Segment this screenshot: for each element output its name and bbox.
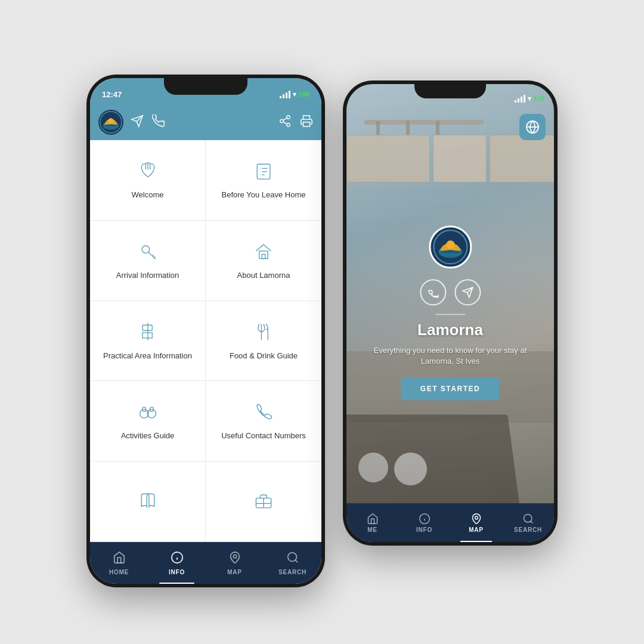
svg-point-6 (280, 119, 284, 123)
menu-label-activities: Activities Guide (121, 431, 175, 441)
menu-cell-book[interactable] (90, 462, 206, 542)
nav-search-right-label: SEARCH (514, 527, 542, 533)
menu-grid: Welcome (90, 140, 321, 542)
svg-point-44 (287, 552, 296, 561)
wifi-icon: ▾ (293, 91, 296, 98)
svg-line-22 (148, 252, 155, 259)
house-icon (253, 240, 274, 265)
menu-cell-practical[interactable]: Practical Area Information (90, 301, 206, 382)
message-contact-btn[interactable] (454, 279, 481, 305)
header-icons-left (131, 114, 271, 131)
menu-cell-about[interactable]: About Lamorna (206, 221, 321, 301)
svg-point-57 (524, 514, 531, 522)
bottom-nav-right: ME INFO MAP (346, 503, 554, 542)
send-icon[interactable] (131, 114, 144, 131)
menu-cell-welcome[interactable]: Welcome (90, 140, 206, 221)
search-nav-icon (286, 551, 299, 567)
battery-left: 100 (299, 91, 309, 98)
svg-line-23 (152, 255, 154, 256)
nav-map-right[interactable]: MAP (450, 503, 502, 542)
menu-label-welcome: Welcome (132, 190, 164, 200)
menu-cell-contact[interactable]: Useful Contact Numbers (206, 381, 321, 462)
bottom-nav-left: HOME INFO (90, 542, 321, 584)
menu-label-arrival: Arrival Information (116, 271, 179, 281)
right-phone-content: 47 ▾ 100 (346, 84, 554, 542)
battery-right: 100 (534, 95, 544, 102)
svg-rect-25 (259, 251, 268, 259)
svg-line-45 (295, 560, 298, 562)
svg-point-5 (287, 115, 290, 119)
cutlery-icon (253, 321, 274, 345)
svg-point-43 (233, 555, 237, 558)
nav-info[interactable]: INFO (148, 542, 206, 584)
nav-map-right-label: MAP (469, 527, 484, 533)
menu-cell-food[interactable]: Food & Drink Guide (206, 301, 321, 382)
menu-label-contact: Useful Contact Numbers (221, 431, 306, 441)
get-started-button[interactable]: GET STARTED (401, 378, 499, 401)
phone-contact-icon (253, 401, 274, 425)
binoculars-icon (137, 401, 159, 425)
suitcase-icon (253, 490, 274, 514)
share-icon[interactable] (278, 114, 292, 131)
left-phone-content: 12:47 ▾ 100 (90, 78, 321, 584)
map-nav-icon (228, 551, 242, 567)
notch-left (164, 78, 247, 95)
welcome-title: Lamorna (417, 321, 483, 339)
nav-home-right[interactable]: ME (346, 503, 398, 542)
phone-icon-header[interactable] (152, 114, 165, 131)
signal-icon-right (515, 95, 525, 103)
menu-label-practical: Practical Area Information (103, 351, 192, 361)
nav-info-right-label: INFO (416, 527, 432, 533)
svg-point-2 (108, 118, 114, 124)
menu-cell-before-leave[interactable]: Before You Leave Home (206, 140, 321, 221)
nav-home-right-label: ME (367, 527, 377, 533)
header-icons-right (278, 114, 313, 131)
nav-search[interactable]: SEARCH (264, 542, 321, 584)
nav-map-label: MAP (227, 569, 242, 575)
divider (435, 314, 465, 315)
notch-right (414, 84, 486, 98)
key-icon (137, 240, 159, 265)
signal-icon (280, 91, 290, 98)
menu-cell-activities[interactable]: Activities Guide (90, 381, 206, 462)
menu-cell-suitcase[interactable] (206, 462, 321, 542)
scene: 12:47 ▾ 100 (0, 0, 644, 644)
svg-line-8 (283, 122, 287, 124)
phone-contact-btn[interactable] (420, 279, 446, 305)
app-logo[interactable] (98, 110, 123, 135)
nav-home[interactable]: HOME (90, 542, 148, 584)
globe-button[interactable] (519, 114, 546, 140)
status-icons-left: ▾ 100 (280, 91, 309, 98)
welcome-content: Lamorna Everything you need to know for … (357, 225, 543, 400)
logo-right (429, 225, 472, 268)
svg-rect-10 (304, 122, 310, 126)
hand-icon (137, 160, 159, 184)
svg-rect-28 (143, 325, 152, 330)
menu-label-about: About Lamorna (237, 271, 290, 281)
status-icons-right: ▾ 100 (515, 95, 544, 103)
nav-home-label: HOME (109, 569, 129, 575)
print-icon[interactable] (300, 114, 313, 131)
status-time-left: 12:47 (102, 90, 122, 99)
svg-rect-26 (262, 254, 265, 258)
menu-label-before-leave: Before You Leave Home (222, 190, 306, 200)
nav-search-label: SEARCH (278, 569, 306, 575)
right-phone: 47 ▾ 100 (343, 80, 558, 546)
signs-icon (137, 321, 159, 345)
app-header (90, 104, 321, 140)
svg-point-56 (475, 516, 478, 519)
nav-info-label: INFO (169, 569, 185, 575)
nav-map[interactable]: MAP (206, 542, 264, 584)
menu-cell-arrival[interactable]: Arrival Information (90, 221, 206, 301)
home-nav-icon (113, 551, 126, 567)
svg-line-9 (283, 117, 287, 120)
svg-line-24 (153, 256, 155, 258)
book-icon (137, 490, 159, 514)
svg-line-58 (530, 521, 532, 523)
svg-marker-29 (143, 332, 152, 338)
svg-point-21 (142, 246, 150, 253)
list-icon (253, 160, 274, 184)
nav-info-right[interactable]: INFO (398, 503, 450, 542)
svg-point-7 (287, 123, 290, 126)
nav-search-right[interactable]: SEARCH (502, 503, 554, 542)
